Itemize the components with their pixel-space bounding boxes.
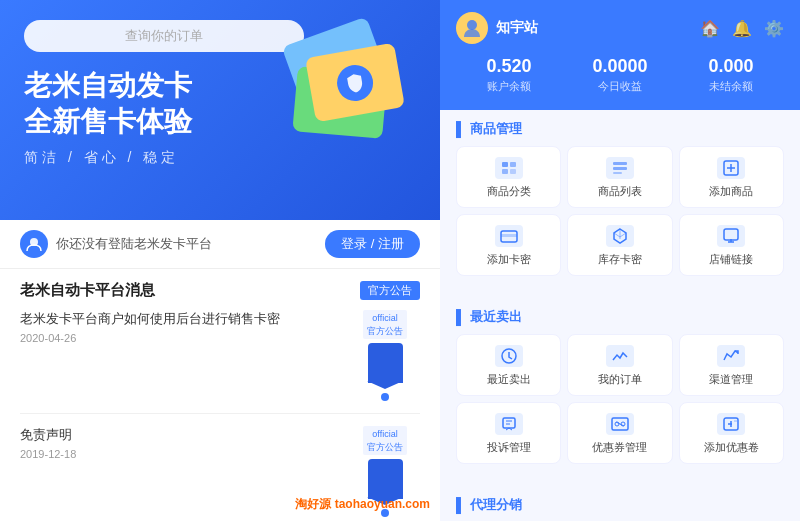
menu-item-add-coupon[interactable]: 添加优惠卷 [679, 402, 784, 464]
shield-icon [334, 62, 376, 104]
card-main [305, 43, 405, 123]
news-section-title: 老米自动卡平台消息 [20, 281, 155, 300]
right-panel: 知宇站 🏠 🔔 ⚙️ 0.520 账户余额 0.0000 今日收益 0.000 … [440, 0, 800, 521]
product-category-icon [495, 157, 523, 179]
news-item[interactable]: 老米发卡平台商户如何使用后台进行销售卡密 2020-04-26 official… [20, 310, 420, 414]
login-prompt-text: 你还没有登陆老米发卡平台 [56, 235, 325, 253]
news-item-content: 老米发卡平台商户如何使用后台进行销售卡密 2020-04-26 [20, 310, 340, 344]
settings-icon[interactable]: ⚙️ [764, 19, 784, 38]
official-label: official 官方公告 [363, 426, 407, 455]
complaint-mgmt-label: 投诉管理 [487, 440, 531, 455]
svg-point-1 [467, 20, 477, 30]
today-earning-value: 0.0000 [592, 56, 647, 77]
news-tag: 官方公告 [360, 281, 420, 300]
left-panel: 查询你的订单 老米自动发卡全新售卡体验 简洁 / 省心 / 稳定 [0, 0, 440, 521]
add-coupon-label: 添加优惠卷 [704, 440, 759, 455]
stat-balance: 0.520 账户余额 [486, 56, 531, 94]
login-bar: 你还没有登陆老米发卡平台 登录 / 注册 [0, 220, 440, 269]
balance-label: 账户余额 [486, 79, 531, 94]
news-icon-shape [368, 459, 403, 499]
menu-item-coupon-mgmt[interactable]: 优惠券管理 [567, 402, 672, 464]
balance-value: 0.520 [486, 56, 531, 77]
add-card-label: 添加卡密 [487, 252, 531, 267]
bell-icon[interactable]: 🔔 [732, 19, 752, 38]
recent-sales-icon [495, 345, 523, 367]
channel-mgmt-icon [717, 345, 745, 367]
news-item-date: 2020-04-26 [20, 332, 340, 344]
shop-link-label: 店铺链接 [709, 252, 753, 267]
menu-item-product-list[interactable]: 商品列表 [567, 146, 672, 208]
stats-row: 0.520 账户余额 0.0000 今日收益 0.000 未结余额 [456, 56, 784, 94]
svg-rect-4 [502, 169, 508, 174]
news-icon-shape [368, 343, 403, 383]
hero-decoration [280, 20, 420, 160]
inventory-icon [606, 225, 634, 247]
news-section: 老米自动卡平台消息 官方公告 老米发卡平台商户如何使用后台进行销售卡密 2020… [0, 269, 440, 521]
menu-item-my-orders[interactable]: 我的订单 [567, 334, 672, 396]
menu-item-add-card[interactable]: 添加卡密 [456, 214, 561, 276]
recent-sales-menu-grid: 最近卖出 我的订单 渠道管理 [456, 334, 784, 464]
avatar [456, 12, 488, 44]
svg-rect-5 [510, 169, 516, 174]
agent-distribution-title: 代理分销 [456, 496, 784, 514]
shop-link-icon [717, 225, 745, 247]
svg-rect-7 [613, 167, 627, 170]
svg-rect-8 [613, 172, 622, 174]
product-list-icon [606, 157, 634, 179]
svg-line-19 [616, 422, 624, 426]
my-orders-icon [606, 345, 634, 367]
svg-rect-2 [502, 162, 508, 167]
add-product-icon [717, 157, 745, 179]
login-register-button[interactable]: 登录 / 注册 [325, 230, 420, 258]
header-icons: 🏠 🔔 ⚙️ [700, 19, 784, 38]
stat-today-earning: 0.0000 今日收益 [592, 56, 647, 94]
add-product-label: 添加商品 [709, 184, 753, 199]
menu-item-channel-mgmt[interactable]: 渠道管理 [679, 334, 784, 396]
product-category-label: 商品分类 [487, 184, 531, 199]
product-list-label: 商品列表 [598, 184, 642, 199]
login-avatar-icon [20, 230, 48, 258]
product-management-section: 商品管理 商品分类 [440, 110, 800, 286]
user-info-row: 知宇站 🏠 🔔 ⚙️ [456, 12, 784, 44]
svg-rect-3 [510, 162, 516, 167]
svg-rect-11 [501, 234, 517, 237]
official-label: official 官方公告 [363, 310, 407, 339]
search-bar[interactable]: 查询你的订单 [24, 20, 304, 52]
channel-mgmt-label: 渠道管理 [709, 372, 753, 387]
today-earning-label: 今日收益 [592, 79, 647, 94]
news-item-content: 免责声明 2019-12-18 [20, 426, 340, 460]
menu-item-complaint-mgmt[interactable]: 投诉管理 [456, 402, 561, 464]
coupon-mgmt-label: 优惠券管理 [592, 440, 647, 455]
svg-rect-12 [724, 229, 738, 240]
complaint-mgmt-icon [495, 413, 523, 435]
news-item-title: 老米发卡平台商户如何使用后台进行销售卡密 [20, 310, 340, 328]
recent-sales-section: 最近卖出 最近卖出 我的订单 [440, 298, 800, 474]
coupon-mgmt-icon [606, 413, 634, 435]
user-name-area: 知宇站 [456, 12, 538, 44]
home-icon[interactable]: 🏠 [700, 19, 720, 38]
stat-pending: 0.000 未结余额 [708, 56, 753, 94]
menu-item-add-product[interactable]: 添加商品 [679, 146, 784, 208]
dot-indicator [381, 393, 389, 401]
recent-sales-label: 最近卖出 [487, 372, 531, 387]
card-stack [280, 20, 410, 150]
recent-sales-title: 最近卖出 [456, 308, 784, 326]
menu-item-inventory[interactable]: 库存卡密 [567, 214, 672, 276]
product-management-title: 商品管理 [456, 120, 784, 138]
menu-item-shop-link[interactable]: 店铺链接 [679, 214, 784, 276]
pending-value: 0.000 [708, 56, 753, 77]
add-card-icon [495, 225, 523, 247]
product-menu-grid: 商品分类 商品列表 添 [456, 146, 784, 276]
pending-label: 未结余额 [708, 79, 753, 94]
add-coupon-icon [717, 413, 745, 435]
news-item-date: 2019-12-18 [20, 448, 340, 460]
news-item-title: 免责声明 [20, 426, 340, 444]
user-name-text: 知宇站 [496, 19, 538, 37]
menu-item-recent-sales[interactable]: 最近卖出 [456, 334, 561, 396]
user-header: 知宇站 🏠 🔔 ⚙️ 0.520 账户余额 0.0000 今日收益 0.000 … [440, 0, 800, 110]
hero-section: 查询你的订单 老米自动发卡全新售卡体验 简洁 / 省心 / 稳定 [0, 0, 440, 220]
news-header: 老米自动卡平台消息 官方公告 [20, 281, 420, 300]
watermark: 淘好源 taohaoyuan.com [295, 496, 430, 513]
inventory-label: 库存卡密 [598, 252, 642, 267]
menu-item-product-category[interactable]: 商品分类 [456, 146, 561, 208]
